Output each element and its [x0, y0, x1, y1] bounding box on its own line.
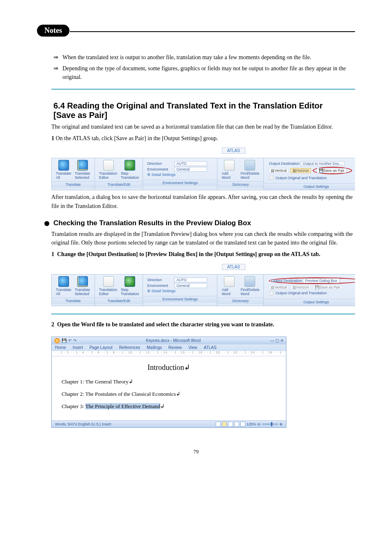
env-group-label: Environment Settings: [143, 180, 217, 186]
translate-all-button[interactable]: Translate All: [54, 276, 73, 296]
output-dest-dropdown[interactable]: Preview Dialog Box: [303, 278, 339, 283]
bullet-glyph: ⇒: [53, 53, 58, 62]
tab-references[interactable]: References: [119, 345, 140, 350]
detail-settings-link[interactable]: ⚙ Detail Settings: [147, 173, 213, 177]
dict-group-label: Dictionary: [217, 181, 263, 188]
atlas-tab-label-2[interactable]: ATLAS: [222, 264, 245, 270]
add-word-button[interactable]: Add Word: [220, 160, 239, 180]
notes-bullet-2: Depending on the type of document, some …: [62, 64, 355, 81]
view-web-icon[interactable]: [228, 422, 233, 427]
selection[interactable]: The Principle of Effective Demand: [85, 403, 160, 409]
add-word-icon: [224, 160, 235, 171]
output-group-label: Output Settings: [264, 183, 355, 190]
doc-p2: Chapter 2: The Postulates of the Classic…: [62, 391, 276, 397]
globe-doc-icon: [77, 160, 88, 171]
section-6-4-title: 6.4 Reading the Original and Translated …: [53, 101, 339, 120]
gear-icon: ⚙: [147, 173, 150, 177]
environment-key: Environment: [147, 284, 174, 288]
translate-selected-button[interactable]: Translate Selected: [73, 276, 92, 296]
tab-insert[interactable]: Insert: [73, 345, 83, 350]
undo-icon[interactable]: ↶: [68, 338, 71, 343]
black-bullet-icon: [44, 221, 49, 226]
output-orig-trans-checkbox[interactable]: [270, 176, 274, 180]
detail-settings-link[interactable]: ⚙ Detail Settings: [147, 289, 213, 293]
save-as-pair-button: 💾 Save as Pair: [313, 285, 342, 290]
find-delete-word-button[interactable]: Find/Delete Word: [239, 160, 261, 180]
environment-dropdown[interactable]: General: [174, 167, 207, 172]
environment-dropdown[interactable]: General: [174, 283, 207, 288]
view-print-layout-icon[interactable]: [216, 422, 221, 427]
notes-heading: Notes: [37, 25, 69, 37]
document-body[interactable]: Introduction↲ Chapter 1: The General The…: [52, 356, 286, 420]
step-icon: [125, 160, 135, 171]
view-outline-icon[interactable]: [234, 422, 239, 427]
doc-p1: Chapter 1: The General Theory↲: [62, 379, 276, 385]
translate-group-label: Translate: [52, 181, 95, 188]
preview-step1: Change the [Output Destination] to [Prev…: [57, 251, 321, 257]
find-word-icon: [244, 276, 255, 287]
output-group-label: Output Settings: [264, 299, 355, 305]
zoom-slider[interactable]: [262, 423, 278, 425]
vertical-button: ▤ Vertical: [269, 285, 289, 290]
atlas-ribbon-2: Translate All Translate Selected Transla…: [51, 274, 355, 306]
tab-atlas[interactable]: ATLAS: [204, 345, 217, 350]
env-group-label: Environment Settings: [143, 296, 217, 302]
zoom-out-icon[interactable]: ⊖: [257, 422, 261, 426]
step-translation-button[interactable]: Step Translation: [120, 160, 141, 180]
notes-bullet-1: When the translated text is output to an…: [62, 53, 311, 62]
direction-dropdown[interactable]: AUTO: [174, 161, 207, 166]
redo-icon[interactable]: ↷: [73, 338, 76, 343]
translate-all-button[interactable]: Translate All: [54, 160, 73, 180]
qat[interactable]: 💾 ↶ ↷: [54, 338, 76, 344]
globe-doc-icon: [77, 276, 88, 287]
save-icon[interactable]: 💾: [62, 338, 67, 343]
tab-review[interactable]: Review: [168, 345, 182, 350]
vertical-button[interactable]: ▤ Vertical: [269, 168, 289, 173]
horizontal-button[interactable]: ▥ Horizon: [291, 168, 311, 173]
bullet-glyph: ⇒: [53, 64, 58, 81]
page-number: 79: [37, 448, 355, 455]
tab-mailings[interactable]: Mailings: [147, 345, 162, 350]
tab-page-layout[interactable]: Page Layout: [90, 345, 113, 350]
window-controls[interactable]: — ▢ ✕: [270, 338, 284, 343]
divider: [51, 89, 355, 90]
zoom-value: 125%: [247, 422, 256, 426]
translation-editor-button[interactable]: Translation Editor: [97, 276, 120, 296]
globe-icon: [58, 160, 69, 171]
window-title: Keynes.docx - Microsoft Word: [146, 338, 201, 343]
translate-selected-button[interactable]: Translate Selected: [73, 160, 92, 180]
atlas-ribbon-1: Translate All Translate Selected Transla…: [51, 158, 355, 190]
add-word-button[interactable]: Add Word: [220, 276, 239, 296]
tab-view[interactable]: View: [189, 345, 198, 350]
section-6-4-explain: After translation, a dialog box to save …: [51, 193, 355, 210]
atlas-tab-label[interactable]: ATLAS: [222, 148, 245, 154]
divider: [51, 314, 355, 314]
preview-step2: Open the Word file to be translated and …: [57, 321, 274, 328]
doc-heading: Introduction↲: [62, 363, 276, 372]
find-delete-word-button[interactable]: Find/Delete Word: [239, 276, 261, 296]
zoom-in-icon[interactable]: ⊕: [279, 422, 283, 426]
view-draft-icon[interactable]: [240, 422, 245, 427]
editor-icon: [103, 160, 114, 171]
word-window: 💾 ↶ ↷ Keynes.docx - Microsoft Word — ▢ ✕…: [51, 337, 286, 428]
preview-intro: Translation results are displayed in the…: [51, 230, 355, 247]
direction-key: Direction: [147, 162, 174, 166]
edit-group-label: Translate/Edit: [95, 181, 143, 188]
ruler: · · 1 · 2 · · 1 · 4 · · 1 · 6 · · 1 · 8 …: [52, 351, 286, 356]
step-translation-button[interactable]: Step Translation: [120, 276, 141, 296]
output-orig-trans-checkbox[interactable]: [270, 291, 274, 295]
direction-dropdown[interactable]: AUTO: [174, 277, 207, 282]
tab-home[interactable]: Home: [55, 345, 66, 350]
translation-editor-button[interactable]: Translation Editor: [97, 160, 120, 180]
office-button-icon[interactable]: [54, 338, 60, 344]
view-full-screen-icon[interactable]: [222, 422, 227, 427]
doc-p3: Chapter 3: The Principle of Effective De…: [62, 403, 276, 410]
section-6-4-intro: The original and translated text can be …: [51, 122, 355, 132]
find-word-icon: [244, 160, 255, 171]
word-tabs[interactable]: Home Insert Page Layout References Maili…: [52, 344, 286, 351]
save-as-pair-button[interactable]: 💾 Save as Pair: [317, 168, 346, 173]
step-1-text: On the ATLAS tab, click [Save as Pair] i…: [56, 135, 218, 141]
add-word-icon: [224, 276, 235, 287]
output-dest-dropdown[interactable]: Output to Another Doc...: [300, 161, 344, 166]
globe-icon: [58, 276, 69, 287]
